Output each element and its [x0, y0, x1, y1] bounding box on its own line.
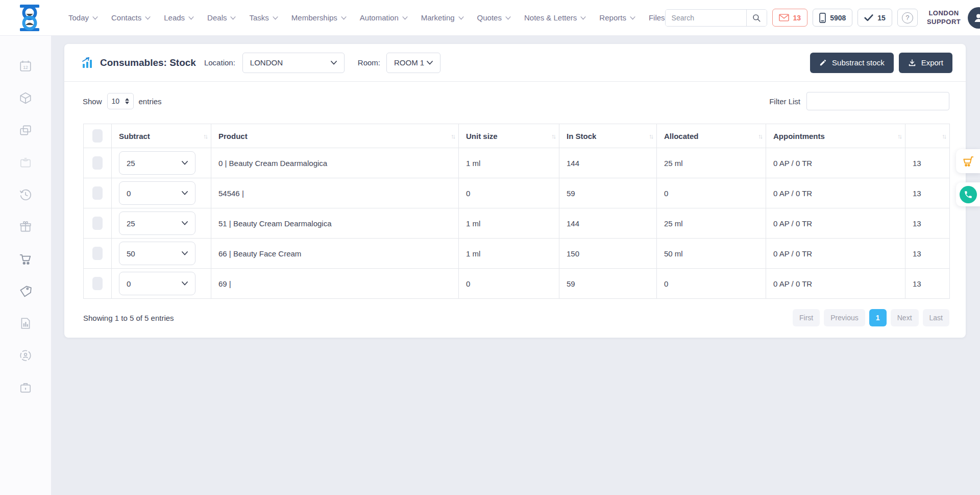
subtract-select[interactable]: 0	[119, 272, 195, 295]
subtract-stock-label: Substract stock	[832, 58, 885, 67]
pagination-last[interactable]: Last	[923, 309, 949, 326]
sort-icon: ↑↓	[942, 132, 945, 140]
extra-cell: 13	[913, 159, 921, 168]
allocated-cell: 50 ml	[664, 249, 683, 258]
location-select[interactable]: LONDON	[242, 53, 345, 73]
calendar-icon[interactable]: 12	[19, 59, 32, 73]
chevron-down-icon	[402, 16, 408, 20]
pagination-previous[interactable]: Previous	[824, 309, 865, 326]
select-all-header[interactable]	[84, 124, 112, 148]
nav-label: Tasks	[249, 13, 268, 22]
subtract-select[interactable]: 25	[119, 211, 195, 235]
avatar[interactable]	[968, 7, 980, 29]
nav-item-contacts[interactable]: Contacts	[111, 13, 151, 22]
subtract-select[interactable]: 0	[119, 181, 195, 205]
column-header-subtract[interactable]: Subtract↑↓	[112, 124, 211, 148]
subtract-stock-button[interactable]: Substract stock	[810, 53, 894, 73]
topbar-right: 13 5908 15 ? LONDON SUPPORT	[665, 7, 980, 29]
column-header-appointments[interactable]: Appointments↑↓	[766, 124, 905, 148]
nav-label: Notes & Letters	[524, 13, 577, 22]
nav-item-today[interactable]: Today	[68, 13, 98, 22]
messages-count: 13	[793, 14, 801, 22]
search-input[interactable]	[666, 10, 746, 26]
table-row: 0 69 | 0 59 0 0 AP / 0 TR 13	[84, 269, 950, 299]
shopping-bag-icon[interactable]	[19, 156, 32, 169]
showing-entries-text: Showing 1 to 5 of 5 entries	[83, 314, 174, 322]
nav-label: Reports	[599, 13, 626, 22]
nav-label: Today	[68, 13, 89, 22]
column-header-in-stock[interactable]: In Stock↑↓	[559, 124, 657, 148]
row-checkbox[interactable]	[92, 156, 103, 170]
subtract-select[interactable]: 25	[119, 151, 195, 175]
nav-item-deals[interactable]: Deals	[207, 13, 236, 22]
copy-icon[interactable]	[19, 124, 32, 137]
tasks-badge[interactable]: 15	[857, 9, 892, 27]
mobile-phone-icon	[819, 13, 826, 23]
pagination-next[interactable]: Next	[891, 309, 919, 326]
extra-cell: 13	[913, 189, 921, 198]
tag-icon[interactable]	[19, 285, 32, 298]
nav-item-files[interactable]: Files	[649, 13, 665, 22]
sort-icon: ↑↓	[203, 132, 207, 140]
export-button[interactable]: Export	[899, 53, 952, 73]
pencil-icon	[819, 59, 827, 66]
package-icon[interactable]	[19, 91, 32, 105]
help-button[interactable]: ?	[897, 9, 918, 27]
user-name[interactable]: LONDON SUPPORT	[927, 9, 961, 26]
nav-item-memberships[interactable]: Memberships	[291, 13, 347, 22]
chevron-down-icon	[145, 16, 151, 20]
subtract-value: 0	[127, 279, 131, 288]
messages-badge[interactable]: 13	[772, 9, 808, 27]
column-header-allocated[interactable]: Allocated↑↓	[657, 124, 766, 148]
logo-hourglass-icon[interactable]	[15, 3, 44, 33]
select-all-checkbox[interactable]	[92, 129, 103, 143]
filter-list-input[interactable]	[806, 92, 949, 110]
floating-cart-button[interactable]	[956, 149, 980, 173]
show-entries-select[interactable]: 10	[107, 93, 134, 109]
subtract-select[interactable]: 50	[119, 242, 195, 265]
search-icon[interactable]	[746, 10, 767, 26]
room-select[interactable]: ROOM 1	[386, 53, 440, 73]
column-label: Unit size	[466, 132, 498, 140]
filter-group: Filter List	[769, 92, 949, 110]
sort-icon: ↑↓	[551, 132, 555, 140]
row-checkbox[interactable]	[92, 186, 103, 200]
nav-item-leads[interactable]: Leads	[164, 13, 194, 22]
svg-text:12: 12	[23, 65, 28, 70]
chevron-down-icon	[458, 16, 464, 20]
nav-item-marketing[interactable]: Marketing	[421, 13, 464, 22]
column-label: Appointments	[773, 132, 825, 140]
chevron-down-icon	[230, 16, 236, 20]
row-checkbox[interactable]	[92, 277, 103, 290]
support-icon[interactable]	[19, 349, 32, 362]
nav-label: Quotes	[477, 13, 502, 22]
floating-phone-button[interactable]	[956, 182, 980, 206]
report-icon[interactable]	[19, 317, 32, 330]
chevron-down-icon	[182, 191, 188, 195]
calls-badge[interactable]: 5908	[813, 9, 852, 27]
spinner-icon	[125, 98, 129, 104]
history-icon[interactable]	[19, 188, 32, 201]
allocated-cell: 0	[664, 279, 668, 288]
pagination-page-1[interactable]: 1	[869, 309, 887, 326]
gift-icon[interactable]	[19, 220, 32, 233]
briefcase-icon[interactable]	[19, 381, 32, 394]
row-checkbox[interactable]	[92, 217, 103, 230]
pagination-first[interactable]: First	[793, 309, 820, 326]
search-box	[665, 9, 767, 27]
nav-item-tasks[interactable]: Tasks	[249, 13, 278, 22]
nav-item-automation[interactable]: Automation	[360, 13, 408, 22]
page-title: Consumables: Stock	[100, 57, 196, 68]
nav-item-notes-letters[interactable]: Notes & Letters	[524, 13, 586, 22]
column-header-unit-size[interactable]: Unit size↑↓	[459, 124, 559, 148]
column-header-product[interactable]: Product↑↓	[211, 124, 459, 148]
in-stock-cell: 144	[567, 219, 579, 228]
row-checkbox[interactable]	[92, 247, 103, 260]
nav-item-reports[interactable]: Reports	[599, 13, 635, 22]
column-header-extra[interactable]: ↑↓	[905, 124, 950, 148]
cart-icon[interactable]	[19, 252, 32, 266]
calls-count: 5908	[830, 14, 846, 22]
nav-item-quotes[interactable]: Quotes	[477, 13, 511, 22]
sort-icon: ↑↓	[649, 132, 652, 140]
sort-icon: ↑↓	[758, 132, 762, 140]
